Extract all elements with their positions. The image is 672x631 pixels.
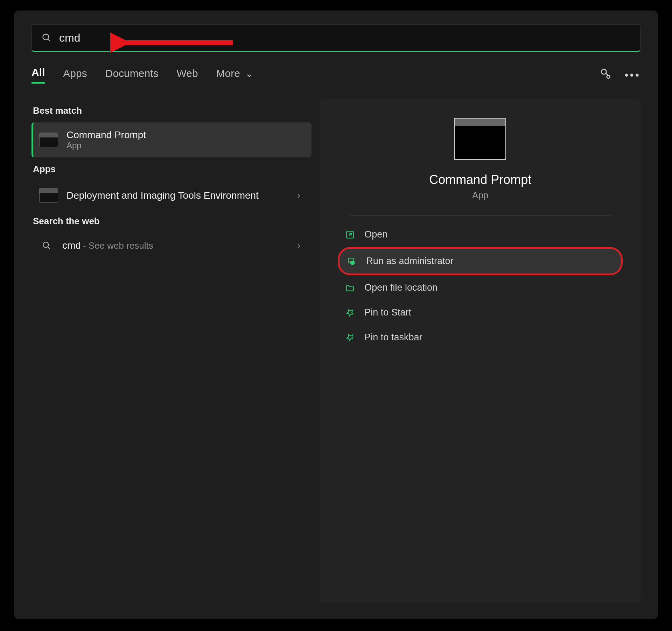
section-best-match: Best match bbox=[31, 99, 312, 122]
result-subtitle: App bbox=[66, 141, 146, 150]
cmd-icon bbox=[39, 133, 58, 147]
svg-point-3 bbox=[602, 69, 607, 74]
action-open[interactable]: Open bbox=[338, 222, 623, 247]
svg-point-0 bbox=[43, 34, 49, 40]
action-label: Pin to Start bbox=[364, 307, 411, 318]
action-run-as-admin[interactable]: Run as administrator bbox=[338, 247, 623, 275]
result-title: Deployment and Imaging Tools Environment bbox=[66, 189, 259, 201]
preview-subtitle: App bbox=[472, 190, 488, 201]
divider bbox=[350, 215, 611, 216]
tab-all[interactable]: All bbox=[31, 66, 45, 84]
feedback-icon[interactable] bbox=[600, 68, 612, 83]
open-icon bbox=[345, 230, 355, 239]
pin-icon bbox=[345, 308, 355, 317]
search-icon bbox=[42, 33, 51, 43]
tab-more[interactable]: More ⌄ bbox=[216, 67, 254, 83]
admin-shield-icon bbox=[346, 257, 357, 266]
pin-icon bbox=[345, 333, 355, 342]
svg-point-5 bbox=[43, 242, 48, 247]
action-open-file-location[interactable]: Open file location bbox=[338, 275, 623, 300]
action-list: Open Run as administrator Open file loca… bbox=[338, 222, 623, 350]
preview-title: Command Prompt bbox=[429, 172, 531, 187]
tab-more-label: More bbox=[216, 68, 240, 79]
svg-line-1 bbox=[48, 39, 50, 41]
filter-tabs: All Apps Documents Web More ⌄ ••• bbox=[31, 66, 640, 84]
section-search-web: Search the web bbox=[31, 210, 312, 233]
result-title: Command Prompt bbox=[66, 129, 146, 141]
web-query: cmd bbox=[62, 240, 81, 251]
action-pin-to-taskbar[interactable]: Pin to taskbar bbox=[338, 325, 623, 350]
results-column: Best match Command Prompt App Apps Deplo… bbox=[31, 99, 312, 603]
preview-pane: Command Prompt App Open Run as administr… bbox=[320, 99, 640, 603]
tab-apps[interactable]: Apps bbox=[63, 68, 87, 83]
folder-icon bbox=[345, 283, 355, 292]
web-suffix: - See web results bbox=[83, 240, 153, 251]
search-input[interactable] bbox=[59, 31, 630, 44]
chevron-right-icon[interactable]: › bbox=[297, 190, 304, 201]
start-search-panel: All Apps Documents Web More ⌄ ••• Best m… bbox=[14, 10, 658, 619]
result-command-prompt[interactable]: Command Prompt App bbox=[31, 122, 312, 157]
chevron-right-icon[interactable]: › bbox=[297, 240, 304, 251]
svg-point-4 bbox=[607, 75, 610, 78]
cmd-icon bbox=[39, 188, 58, 203]
action-label: Pin to taskbar bbox=[364, 332, 422, 343]
search-bar[interactable] bbox=[31, 24, 640, 52]
action-pin-to-start[interactable]: Pin to Start bbox=[338, 300, 623, 325]
app-icon-large bbox=[454, 118, 506, 160]
svg-line-6 bbox=[48, 247, 50, 249]
result-deployment-tools[interactable]: Deployment and Imaging Tools Environment… bbox=[31, 181, 312, 210]
more-options-icon[interactable]: ••• bbox=[624, 69, 640, 81]
action-label: Open file location bbox=[364, 282, 438, 293]
section-apps: Apps bbox=[31, 157, 312, 181]
tab-web[interactable]: Web bbox=[176, 68, 198, 83]
action-label: Run as administrator bbox=[366, 256, 453, 267]
search-icon bbox=[39, 241, 54, 250]
chevron-down-icon: ⌄ bbox=[245, 68, 254, 79]
action-label: Open bbox=[364, 229, 387, 240]
result-web-cmd[interactable]: cmd - See web results › bbox=[31, 233, 312, 258]
tab-documents[interactable]: Documents bbox=[105, 68, 159, 83]
